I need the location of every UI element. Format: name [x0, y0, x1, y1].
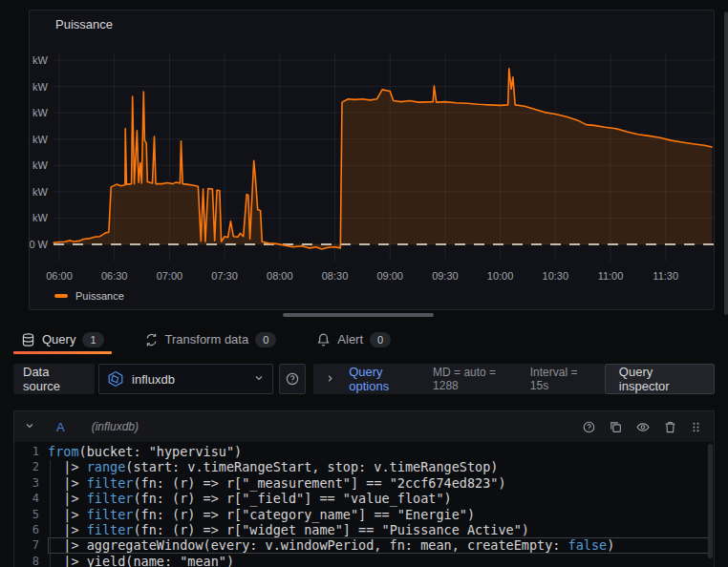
code-text: from(bucket: "hypervisu") — [48, 444, 714, 459]
svg-text:10:00: 10:00 — [487, 270, 514, 282]
code-text: |> aggregateWindow(every: v.windowPeriod… — [48, 537, 714, 553]
max-data-points-text: MD = auto = 1288 — [433, 366, 517, 392]
tab-alert[interactable]: Alert 0 — [309, 325, 398, 354]
collapse-chevron-icon[interactable] — [24, 418, 35, 435]
tab-query-badge: 1 — [82, 332, 103, 347]
svg-text:06:00: 06:00 — [46, 270, 73, 282]
editor-tabbar: Query 1 Transform data 0 Alert 0 — [13, 325, 398, 354]
query-row-card: A (influxdb) 1from(bucket: "hypervisu")2… — [13, 410, 715, 567]
code-line-2[interactable]: 2 |> range(start: v.timeRangeStart, stop… — [14, 459, 714, 474]
query-row-actions — [582, 420, 702, 434]
svg-text:0 W: 0 W — [30, 239, 49, 250]
code-line-7[interactable]: 7 |> aggregateWindow(every: v.windowPeri… — [14, 537, 714, 553]
editor-scrollbar[interactable] — [708, 444, 713, 558]
query-inspector-button[interactable]: Query inspector — [605, 364, 715, 394]
code-line-8[interactable]: 8 |> yield(name: "mean") — [14, 554, 714, 567]
svg-text:09:30: 09:30 — [432, 270, 459, 282]
svg-text:08:30: 08:30 — [322, 270, 349, 282]
query-help-icon[interactable] — [582, 420, 596, 434]
svg-text:11:00: 11:00 — [598, 270, 624, 282]
svg-text:1 kW: 1 kW — [30, 212, 49, 223]
code-text: |> filter(fn: (r) => r["_field"] == "val… — [48, 491, 714, 506]
line-number: 6 — [14, 522, 48, 537]
line-number: 1 — [14, 444, 48, 459]
query-options-toggle[interactable]: Query options — [349, 365, 419, 393]
query-row-header[interactable]: A (influxdb) — [14, 411, 714, 442]
svg-text:4 kW: 4 kW — [30, 134, 49, 145]
query-ref-id: A — [56, 420, 65, 434]
code-line-5[interactable]: 5 |> filter(fn: (r) => r["category_name"… — [14, 507, 714, 522]
line-number: 8 — [14, 554, 48, 567]
svg-text:5 kW: 5 kW — [30, 107, 49, 118]
help-circle-icon — [285, 371, 300, 387]
hide-query-eye-icon[interactable] — [635, 420, 651, 434]
tab-query-label: Query — [42, 332, 75, 346]
svg-text:2 kW: 2 kW — [30, 186, 49, 198]
indent-guide — [50, 460, 51, 567]
grafana-panel-edit-view: Puissance 0 W1 kW2 kW3 kW4 kW5 kW6 kW7 k… — [0, 0, 728, 567]
svg-text:08:00: 08:00 — [267, 270, 293, 282]
datasource-select[interactable]: influxdb — [98, 364, 273, 394]
line-number: 5 — [14, 507, 48, 522]
code-line-1[interactable]: 1from(bucket: "hypervisu") — [14, 444, 714, 459]
code-line-3[interactable]: 3 |> filter(fn: (r) => r["_measurement"]… — [14, 475, 714, 491]
datasource-label: Data source — [13, 364, 95, 394]
influxdb-logo-icon — [107, 370, 124, 388]
drag-handle-icon[interactable] — [690, 420, 702, 434]
svg-text:07:00: 07:00 — [157, 270, 183, 282]
svg-text:3 kW: 3 kW — [30, 159, 49, 171]
delete-query-trash-icon[interactable] — [663, 420, 677, 434]
tab-transform-badge: 0 — [255, 332, 276, 347]
tab-alert-badge: 0 — [370, 332, 391, 347]
chart-legend[interactable]: Puissance — [54, 290, 124, 302]
query-datasource-hint: (influxdb) — [92, 420, 139, 433]
chevron-right-icon[interactable] — [325, 370, 335, 388]
code-text: |> filter(fn: (r) => r["category_name"] … — [48, 507, 714, 522]
transform-icon — [144, 332, 159, 347]
svg-text:09:00: 09:00 — [376, 270, 403, 282]
svg-text:10:30: 10:30 — [543, 270, 569, 282]
svg-text:06:30: 06:30 — [101, 270, 128, 282]
datasource-help-button[interactable] — [279, 364, 306, 394]
code-lines: 1from(bucket: "hypervisu")2 |> range(sta… — [14, 444, 714, 567]
time-series-panel: Puissance 0 W1 kW2 kW3 kW4 kW5 kW6 kW7 k… — [29, 10, 715, 310]
svg-text:7 kW: 7 kW — [30, 54, 49, 66]
pane-resize-handle[interactable] — [283, 313, 434, 317]
code-text: |> filter(fn: (r) => r["_measurement"] =… — [48, 475, 714, 491]
time-series-chart[interactable]: 0 W1 kW2 kW3 kW4 kW5 kW6 kW7 kW06:0006:3… — [30, 10, 714, 309]
line-number: 4 — [14, 491, 48, 506]
line-number: 7 — [14, 537, 48, 553]
tab-query[interactable]: Query 1 — [13, 325, 112, 354]
active-tab-underline — [13, 351, 112, 354]
code-text: |> filter(fn: (r) => r["widget_name"] ==… — [48, 522, 714, 537]
page-scrollbar[interactable] — [724, 11, 728, 315]
tab-transform-data[interactable]: Transform data 0 — [137, 325, 285, 354]
tab-alert-label: Alert — [337, 332, 363, 346]
chevron-down-icon — [253, 370, 265, 388]
datasource-value: influxdb — [132, 372, 246, 387]
line-number: 2 — [14, 459, 48, 474]
code-line-6[interactable]: 6 |> filter(fn: (r) => r["widget_name"] … — [14, 522, 714, 537]
legend-series-label: Puissance — [75, 290, 124, 302]
legend-series-swatch — [54, 294, 68, 298]
svg-text:11:30: 11:30 — [653, 270, 678, 282]
database-icon — [21, 332, 35, 347]
code-line-4[interactable]: 4 |> filter(fn: (r) => r["_field"] == "v… — [14, 491, 714, 506]
code-text: |> range(start: v.timeRangeStart, stop: … — [48, 459, 714, 474]
code-text: |> yield(name: "mean") — [48, 554, 714, 567]
flux-code-editor[interactable]: 1from(bucket: "hypervisu")2 |> range(sta… — [14, 442, 714, 567]
line-number: 3 — [14, 475, 48, 491]
bell-icon — [316, 332, 331, 347]
query-toolbar: Data source influxdb Query options — [13, 364, 715, 394]
svg-text:6 kW: 6 kW — [30, 81, 49, 93]
query-options-bar: Query options MD = auto = 1288 Interval … — [313, 364, 605, 394]
duplicate-query-icon[interactable] — [609, 420, 623, 434]
tab-transform-label: Transform data — [165, 332, 249, 346]
svg-text:07:30: 07:30 — [211, 270, 238, 282]
interval-text: Interval = 15s — [530, 366, 593, 392]
